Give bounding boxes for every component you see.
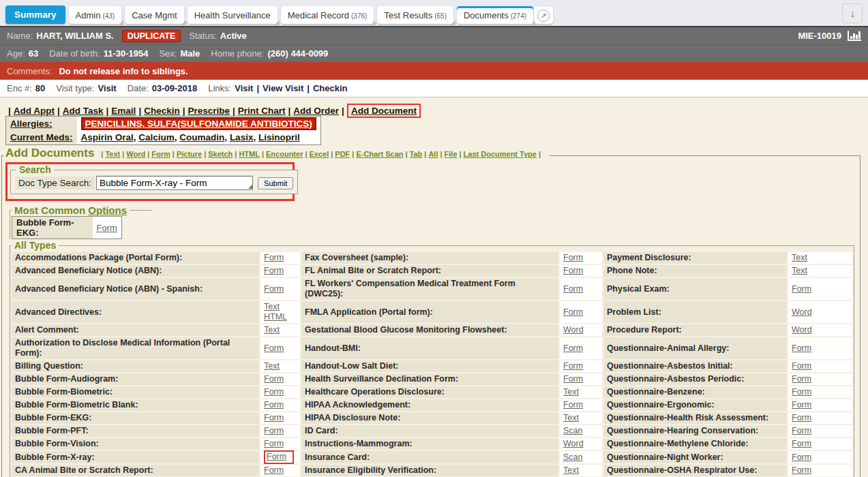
tab-summary[interactable]: Summary — [5, 5, 65, 24]
doc-type-html[interactable]: HTML — [239, 150, 260, 158]
med-coumadin[interactable]: Coumadin — [179, 132, 224, 142]
doc-link-bubble-form-x-ray-form[interactable]: Form — [267, 452, 286, 461]
doc-link-handout-low-salt-diet-form[interactable]: Form — [563, 361, 583, 371]
doc-type-form[interactable]: Form — [151, 150, 170, 158]
submit-button[interactable]: Submit — [258, 177, 293, 189]
doc-link-questionnaire-asbestos-periodic-form[interactable]: Form — [792, 374, 811, 384]
tab-admin[interactable]: Admin(43) — [69, 6, 122, 24]
doc-link-bubble-form-biometric-blank-form[interactable]: Form — [264, 400, 284, 410]
doc-type-pdf[interactable]: PDF — [335, 150, 350, 158]
doc-link-payment-disclosure-text[interactable]: Text — [792, 253, 807, 262]
doc-type-file[interactable]: File — [445, 150, 458, 158]
doc-link-questionnaire-methylene-chloride-form[interactable]: Form — [792, 439, 811, 448]
doc-link-advanced-beneficiary-notice-abn-form[interactable]: Form — [264, 266, 284, 275]
doc-link-fmla-application-portal-form-form[interactable]: Form — [563, 307, 583, 317]
allergy-alert[interactable]: PENICILLINS, SULFA(SULFONAMIDE ANTIBIOTI… — [81, 117, 316, 130]
options-link[interactable]: Options — [88, 204, 127, 216]
doc-link-advanced-directives-html[interactable]: HTML — [264, 312, 287, 322]
duplicate-badge: DUPLICATE — [122, 30, 181, 42]
doc-link-fl-workers-compensation-medical-treatment-form-dwc25-form[interactable]: Form — [563, 284, 583, 294]
doc-type-word[interactable]: Word — [126, 150, 145, 158]
doc-link-questionnaire-asbestos-initial-form[interactable]: Form — [792, 361, 811, 371]
doc-type-excel[interactable]: Excel — [310, 150, 329, 158]
doc-link-fl-animal-bite-or-scratch-report-form[interactable]: Form — [563, 266, 583, 275]
doc-link-bubble-form-biometric-form[interactable]: Form — [264, 387, 284, 397]
action-prescribe[interactable]: Prescribe — [188, 106, 230, 116]
doc-link-questionnaire-hearing-conservation-form[interactable]: Form — [792, 426, 811, 435]
doc-link-health-surveillance-declination-form-form[interactable]: Form — [563, 374, 583, 384]
doc-link-bubble-form-audiogram-form[interactable]: Form — [264, 374, 284, 384]
doc-link-questionnaire-health-risk-assessment-form[interactable]: Form — [792, 413, 811, 422]
action-add-task[interactable]: Add Task — [63, 106, 104, 116]
doc-link-cell: Form — [788, 373, 852, 385]
doc-link-hipaa-disclosure-note-text[interactable]: Text — [563, 413, 579, 422]
med-calcium[interactable]: Calcium — [138, 132, 175, 142]
doc-link-advanced-directives-text[interactable]: Text — [264, 302, 280, 311]
doc-link-bubble-form-ekg-form[interactable]: Form — [97, 223, 117, 233]
doc-label: HIPAA Disclosure Note: — [301, 412, 558, 424]
doc-link-problem-list-word[interactable]: Word — [792, 307, 812, 317]
encounter-link-view-visit[interactable]: View Visit — [263, 83, 303, 93]
doc-link-alert-comment-text[interactable]: Text — [264, 325, 280, 335]
doc-link-advanced-beneficiary-notice-abn-spanish-form[interactable]: Form — [264, 284, 284, 294]
doc-type-all[interactable]: All — [428, 150, 438, 158]
doc-link-instructions-mammogram-word[interactable]: Word — [563, 439, 584, 448]
doc-type-encounter[interactable]: Encounter — [266, 150, 303, 158]
doc-link-questionnaire-benzene-form[interactable]: Form — [792, 387, 811, 397]
doc-link-healthcare-operations-disclosure-text[interactable]: Text — [563, 387, 579, 397]
action-email[interactable]: Email — [111, 106, 136, 116]
action-print-chart[interactable]: Print Chart — [238, 106, 286, 116]
doc-link-questionnaire-animal-allergy-form[interactable]: Form — [792, 343, 811, 353]
doc-link-ca-animal-bite-or-scratch-report-form[interactable]: Form — [264, 465, 284, 475]
doc-link-bubble-form-pft-form[interactable]: Form — [264, 426, 284, 435]
doc-type-e-chart-scan[interactable]: E-Chart Scan — [356, 150, 403, 158]
doc-type-last-document-type[interactable]: Last Document Type — [464, 150, 537, 158]
doc-link-bubble-form-ekg-form[interactable]: Form — [264, 413, 284, 422]
tab-case-mgmt[interactable]: Case Mgmt — [125, 6, 183, 24]
current-meds-link[interactable]: Current Meds: — [10, 132, 73, 142]
doc-link-insurance-eligibility-verification-text[interactable]: Text — [563, 465, 579, 475]
doc-link-billing-question-text[interactable]: Text — [264, 361, 280, 371]
doc-type-search-input[interactable] — [96, 176, 253, 190]
flowsheet-chart-icon[interactable] — [848, 31, 861, 41]
med-aspirin-oral[interactable]: Aspirin Oral — [81, 132, 134, 142]
doc-link-hipaa-acknowledgement-form[interactable]: Form — [563, 400, 583, 410]
tab-medical-record[interactable]: Medical Record(376) — [281, 6, 374, 24]
doc-link-bubble-form-vision-form[interactable]: Form — [264, 439, 284, 448]
doc-link-gestational-blood-glucose-monitoring-flowsheet-word[interactable]: Word — [563, 325, 584, 335]
doc-link-procedure-report-word[interactable]: Word — [792, 325, 812, 335]
med-lisinopril[interactable]: Lisinopril — [258, 132, 300, 142]
doc-type-text[interactable]: Text — [105, 150, 120, 158]
doc-link-questionnaire-night-worker-form[interactable]: Form — [792, 452, 811, 462]
doc-label: Instructions-Mammogram: — [301, 438, 558, 450]
age-label: Age: — [7, 48, 25, 59]
action-checkin[interactable]: Checkin — [144, 106, 180, 116]
encounter-link-checkin[interactable]: Checkin — [313, 83, 348, 93]
doc-link-id-card-scan[interactable]: Scan — [563, 426, 583, 435]
doc-type-tab[interactable]: Tab — [410, 150, 423, 158]
external-link-icon[interactable]: ↗ — [537, 10, 550, 22]
link-separator: | — [106, 106, 109, 116]
doc-type-picture[interactable]: Picture — [177, 150, 202, 158]
action-add-appt[interactable]: Add Appt — [14, 106, 55, 116]
doc-link-fax-coversheet-sample-form[interactable]: Form — [563, 253, 583, 262]
allergies-link[interactable]: Allergies: — [10, 119, 53, 129]
tab-health-surveillance[interactable]: Health Surveillance — [188, 6, 278, 24]
tab-documents[interactable]: Documents(274) — [457, 6, 533, 24]
doc-link-accommodations-package-portal-form-form[interactable]: Form — [264, 253, 284, 262]
collapse-header-button[interactable]: ↓ — [842, 3, 863, 23]
action-add-order[interactable]: Add Order — [293, 106, 339, 116]
doc-type-sketch[interactable]: Sketch — [208, 150, 233, 158]
doc-link-physical-exam-form[interactable]: Form — [792, 284, 811, 294]
doc-link-phone-note-text[interactable]: Text — [792, 266, 807, 275]
documents-external-chip[interactable]: ↗ — [534, 7, 553, 24]
encounter-link-visit[interactable]: Visit — [235, 83, 253, 93]
doc-link-questionnaire-ergonomic-form[interactable]: Form — [792, 400, 811, 410]
doc-link-questionnaire-osha-respirator-use-form[interactable]: Form — [792, 465, 811, 475]
doc-link-authorization-to-disclose-medical-information-portal-form-form[interactable]: Form — [264, 343, 284, 353]
tab-test-results[interactable]: Test Results(65) — [377, 6, 453, 24]
med-lasix[interactable]: Lasix — [230, 132, 254, 142]
doc-link-insurance-card-scan[interactable]: Scan — [563, 452, 583, 462]
doc-link-handout-bmi-form[interactable]: Form — [563, 343, 583, 353]
action-add-document[interactable]: Add Document — [351, 106, 417, 116]
